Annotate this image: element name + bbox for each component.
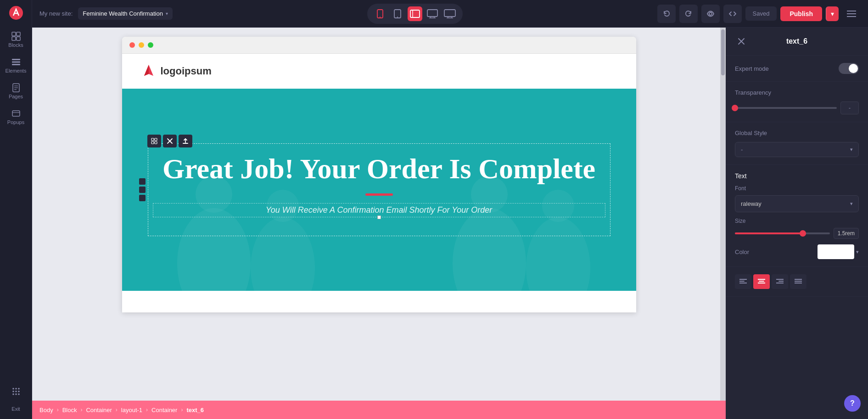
svg-rect-51 <box>151 138 154 141</box>
browser-dot-red <box>129 42 135 48</box>
align-right-button[interactable] <box>772 274 788 289</box>
svg-point-20 <box>12 393 14 395</box>
color-swatch[interactable] <box>818 244 854 259</box>
transparency-label: Transparency <box>735 89 771 96</box>
svg-rect-53 <box>151 142 154 144</box>
exit-label[interactable]: Exit <box>11 406 20 415</box>
breadcrumb-sep-1: › <box>57 407 59 413</box>
font-value: raleway <box>741 200 762 207</box>
side-handle-2[interactable] <box>139 187 146 193</box>
publish-dropdown[interactable]: ▾ <box>826 6 839 21</box>
subtitle-wrapper[interactable]: You Will Receive A Confirmation Email Sh… <box>153 199 605 217</box>
size-label: Size <box>735 218 859 224</box>
site-selector[interactable]: Feminine Wealth Confirmation ▾ <box>78 7 173 20</box>
upload-element-button[interactable] <box>179 135 192 147</box>
side-handle-1[interactable] <box>139 178 146 185</box>
sidebar-item-pages[interactable]: Pages <box>2 79 30 103</box>
sidebar-item-blocks[interactable]: Blocks <box>2 28 30 51</box>
color-chevron: ▾ <box>856 249 859 255</box>
font-select[interactable]: raleway ▾ <box>735 195 859 212</box>
align-left-button[interactable] <box>735 274 751 289</box>
expert-mode-toggle[interactable] <box>839 63 859 74</box>
svg-point-16 <box>18 388 20 390</box>
panel-close-button[interactable] <box>735 35 748 48</box>
breadcrumb-block[interactable]: Block <box>62 407 77 413</box>
global-style-chevron: ▾ <box>850 147 853 153</box>
svg-point-19 <box>18 391 20 392</box>
size-slider-container: 1.5rem <box>735 228 859 239</box>
global-style-section: Global Style - ▾ <box>726 122 868 165</box>
help-button[interactable]: ? <box>844 395 861 412</box>
side-handle-3[interactable] <box>139 195 146 201</box>
logo-icon <box>140 63 157 79</box>
transparency-row: Transparency <box>735 89 859 96</box>
publish-button[interactable]: Publish <box>780 6 822 21</box>
move-element-button[interactable] <box>147 135 161 147</box>
font-subsection: Font raleway ▾ <box>735 185 859 212</box>
main-canvas-area: logoipsum <box>32 28 726 419</box>
saved-button[interactable]: Saved <box>745 6 777 21</box>
text-section-label: Text <box>735 172 747 180</box>
popups-label: Popups <box>7 119 24 125</box>
font-label: Font <box>735 185 859 192</box>
size-value[interactable]: 1.5rem <box>834 228 859 239</box>
redo-button[interactable] <box>679 5 698 23</box>
site-label: My new site: <box>39 10 73 17</box>
size-slider-track[interactable] <box>735 232 830 234</box>
svg-rect-7 <box>12 64 20 65</box>
device-desktop[interactable] <box>442 6 457 21</box>
hero-section[interactable]: Great Job! Your Order Is Complete You Wi… <box>122 89 636 291</box>
browser-dot-green <box>148 42 153 48</box>
svg-point-15 <box>15 388 17 390</box>
sidebar-item-popups[interactable]: Popups <box>2 105 30 129</box>
canvas-container[interactable]: logoipsum <box>32 28 726 419</box>
size-slider-thumb[interactable] <box>800 230 806 237</box>
page-header: logoipsum <box>122 54 636 89</box>
align-justify-button[interactable] <box>790 274 806 289</box>
selected-element[interactable]: Great Job! Your Order Is Complete You Wi… <box>148 143 610 236</box>
text-section: Text Font raleway ▾ Size 1.5rem Color <box>726 165 868 267</box>
breadcrumb-sep-3: › <box>116 407 118 413</box>
device-mobile[interactable] <box>390 6 405 21</box>
breadcrumb-text6[interactable]: text_6 <box>186 407 204 413</box>
transparency-section: Transparency - <box>726 82 868 122</box>
transparency-value[interactable]: - <box>840 102 859 114</box>
hamburger-button[interactable] <box>842 5 861 23</box>
page-name: Feminine Wealth Confirmation <box>83 10 163 17</box>
device-mobile-small[interactable] <box>373 6 387 21</box>
hero-title[interactable]: Great Job! Your Order Is Complete <box>162 153 595 184</box>
right-panel: text_6 Expert mode Transparency - Global… <box>726 28 868 419</box>
left-sidebar: Blocks Elements Pages <box>0 0 32 419</box>
undo-button[interactable] <box>657 5 676 23</box>
breadcrumb-sep-5: › <box>181 407 183 413</box>
svg-point-22 <box>18 393 20 395</box>
breadcrumb-layout[interactable]: layout-1 <box>121 407 142 413</box>
blocks-icon <box>11 31 21 41</box>
sidebar-item-elements[interactable]: Elements <box>2 53 30 77</box>
device-desktop-small[interactable] <box>425 6 440 21</box>
scrollbar[interactable] <box>720 28 726 419</box>
svg-point-26 <box>397 17 398 17</box>
transparency-slider-track[interactable] <box>735 107 837 109</box>
top-bar-right: Saved Publish ▾ <box>657 5 861 23</box>
panel-title: text_6 <box>786 37 807 45</box>
transparency-slider-thumb[interactable] <box>732 105 738 111</box>
color-label: Color <box>735 249 749 255</box>
breadcrumb-body[interactable]: Body <box>39 407 53 413</box>
code-button[interactable] <box>723 5 742 23</box>
app-logo[interactable] <box>7 4 25 22</box>
text-section-header: Text <box>735 172 859 180</box>
preview-button[interactable] <box>701 5 720 23</box>
breadcrumb-container-1[interactable]: Container <box>86 407 112 413</box>
blocks-label: Blocks <box>8 42 23 48</box>
align-center-button[interactable] <box>753 274 770 289</box>
delete-element-button[interactable] <box>163 135 177 147</box>
global-style-select[interactable]: - ▾ <box>735 142 859 157</box>
device-tablet[interactable] <box>408 6 422 21</box>
breadcrumb-container-2[interactable]: Container <box>151 407 177 413</box>
apps-grid-icon[interactable] <box>7 383 25 402</box>
toggle-knob <box>849 64 858 73</box>
elements-icon <box>11 57 21 67</box>
panel-header: text_6 <box>726 28 868 56</box>
expert-mode-section: Expert mode <box>726 56 868 82</box>
